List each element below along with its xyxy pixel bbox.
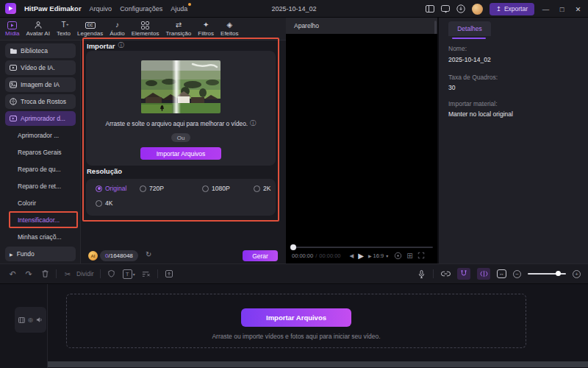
aspect-ratio-selector[interactable]: ▶ 16:9 ▾ bbox=[368, 252, 388, 259]
remove-captions-icon[interactable] bbox=[141, 268, 151, 280]
timeline-area: ◎ Importar Arquivos Arraste ou importe v… bbox=[0, 284, 588, 368]
import-section-title: Importar ⓘ bbox=[87, 41, 124, 50]
info-icon[interactable]: ⓘ bbox=[250, 119, 257, 128]
timeline-drop-zone[interactable]: Importar Arquivos Arraste ou importe víd… bbox=[66, 294, 526, 348]
expand-arrow-icon: ▶ bbox=[10, 252, 13, 257]
radio-2k[interactable]: 2K bbox=[254, 185, 270, 192]
detail-label-import-material: Importar material: bbox=[448, 100, 498, 107]
download-icon[interactable] bbox=[456, 4, 465, 13]
timeline-zoom-slider[interactable] bbox=[528, 270, 566, 277]
tab-detalhes[interactable]: Detalhes bbox=[448, 21, 491, 36]
import-drop-area[interactable]: Arraste e solte o arquivo aqui para melh… bbox=[86, 51, 276, 166]
radio-dot bbox=[140, 185, 146, 192]
minimize-button[interactable]: — bbox=[541, 5, 551, 13]
track-header-rail: ◎ bbox=[0, 284, 48, 368]
sidebar-subitem-reparo-ret[interactable]: Reparo de ret... bbox=[18, 183, 61, 191]
tab-texto[interactable]: T+ Texto bbox=[54, 19, 74, 38]
timeline-toolbar: ↶ ↷ ✂ Dividir T ▾ bbox=[0, 263, 588, 284]
magnet-snap-icon[interactable] bbox=[457, 268, 470, 280]
menu-arquivo[interactable]: Arquivo bbox=[90, 5, 112, 13]
import-files-button[interactable]: Importar Arquivos bbox=[140, 147, 221, 160]
radio-dot bbox=[96, 200, 102, 207]
radio-dot bbox=[254, 185, 260, 192]
snapshot-icon[interactable] bbox=[394, 252, 402, 260]
generate-button[interactable]: Gerar bbox=[243, 250, 278, 261]
sidebar-item-biblioteca[interactable]: Biblioteca bbox=[5, 43, 76, 58]
radio-4k[interactable]: 4K bbox=[96, 199, 112, 207]
resolution-options: Original 720P 1080P 2K 4K bbox=[86, 179, 276, 216]
tab-efeitos[interactable]: ◈ Efeitos bbox=[218, 19, 241, 38]
horizontal-scrollbar[interactable] bbox=[48, 361, 588, 367]
tab-legendas[interactable]: CC Legendas bbox=[74, 19, 106, 38]
radio-dot bbox=[96, 185, 102, 192]
credits-counter: 0 /1648048 bbox=[100, 250, 138, 261]
undo-button[interactable]: ↶ bbox=[7, 268, 18, 280]
denoise-shield-icon[interactable] bbox=[107, 268, 117, 280]
radio-original[interactable]: Original bbox=[96, 185, 126, 192]
face-swap-icon bbox=[10, 98, 17, 105]
app-name: HitPaw Edimakor bbox=[24, 4, 82, 13]
menu-configuracoes[interactable]: Configurações bbox=[120, 5, 162, 13]
fullscreen-icon[interactable] bbox=[417, 252, 425, 259]
track-type-panel: ◎ bbox=[15, 307, 46, 333]
tab-avatar-ai[interactable]: Avatar AI bbox=[24, 19, 53, 38]
sidebar-subitem-reparo-qu[interactable]: Reparo de qu... bbox=[18, 166, 61, 174]
export-clip-icon[interactable] bbox=[164, 268, 174, 280]
transition-icon: ⇄ bbox=[176, 21, 182, 29]
record-track-icon[interactable]: ◎ bbox=[28, 316, 33, 323]
text-tool-button[interactable]: T ▾ bbox=[123, 268, 135, 280]
ai-video-icon bbox=[10, 64, 17, 71]
auto-ripple-icon[interactable] bbox=[477, 268, 490, 280]
sidebar-subitem-colorir[interactable]: Colorir bbox=[18, 199, 36, 208]
sidebar-subitem-intensificador[interactable]: Intensificador... bbox=[18, 216, 60, 225]
zoom-out-icon[interactable]: − bbox=[513, 270, 521, 278]
elements-icon bbox=[141, 21, 149, 29]
maximize-button[interactable]: □ bbox=[557, 5, 567, 13]
crop-grid-icon[interactable]: ⊞ bbox=[406, 252, 412, 260]
sidebar-item-aprimorador[interactable]: Aprimorador d... bbox=[5, 111, 76, 126]
delete-button[interactable] bbox=[40, 268, 50, 280]
filters-icon: ✦ bbox=[203, 21, 209, 29]
close-button[interactable]: ✕ bbox=[573, 5, 583, 13]
tab-filtros[interactable]: ✦ Filtros bbox=[195, 19, 217, 38]
detail-value-framerate: 30 bbox=[448, 84, 455, 91]
info-icon[interactable]: ⓘ bbox=[118, 41, 125, 50]
details-panel: Detalhes Nome: 2025-10-14_02 Taxa de Qua… bbox=[439, 18, 588, 263]
microphone-icon[interactable] bbox=[416, 268, 426, 280]
zoom-in-icon[interactable]: + bbox=[573, 270, 581, 278]
video-viewport[interactable] bbox=[286, 34, 437, 240]
sidebar-item-video-ia[interactable]: Vídeo de IA. bbox=[5, 60, 76, 75]
sidebar-item-imagem-ia[interactable]: Imagem de IA bbox=[5, 77, 76, 92]
sidebar-subitem-reparos-gerais[interactable]: Reparos Gerais bbox=[18, 149, 62, 158]
radio-720p[interactable]: 720P bbox=[140, 185, 164, 192]
refresh-credits-icon[interactable]: ↻ bbox=[146, 250, 151, 258]
fit-timeline-icon[interactable]: ↔ bbox=[497, 269, 506, 278]
sidebar-item-fundo[interactable]: ▶ Fundo bbox=[5, 247, 76, 261]
video-track-icon[interactable] bbox=[18, 317, 25, 323]
previous-frame-button[interactable]: ◀ bbox=[350, 252, 354, 259]
sidebar-item-troca-rostos[interactable]: Troca de Rostos bbox=[5, 94, 76, 109]
sidebar-subitem-minhas-criacoes[interactable]: Minhas criaçõ... bbox=[18, 233, 62, 242]
layout-panels-icon[interactable] bbox=[426, 5, 434, 13]
timeline-import-button[interactable]: Importar Arquivos bbox=[241, 308, 351, 327]
divider bbox=[100, 269, 101, 278]
audio-track-icon[interactable] bbox=[36, 316, 43, 323]
link-clips-icon[interactable] bbox=[440, 268, 451, 280]
tab-elementos[interactable]: Elementos bbox=[129, 19, 162, 38]
feedback-icon[interactable] bbox=[441, 5, 450, 13]
zoom-slider-thumb[interactable] bbox=[556, 271, 561, 276]
user-avatar[interactable] bbox=[472, 4, 483, 15]
split-label[interactable]: Dividir bbox=[76, 270, 94, 277]
detail-label-nome: Nome: bbox=[448, 45, 467, 52]
radio-1080p[interactable]: 1080P bbox=[202, 185, 230, 192]
export-button[interactable]: ↥ Exportar bbox=[490, 3, 534, 15]
tab-audio[interactable]: ♪ Áudio bbox=[107, 19, 127, 38]
menu-ajuda[interactable]: Ajuda bbox=[171, 5, 187, 13]
sidebar-subitem-aprimorador[interactable]: Aprimorador ... bbox=[18, 132, 59, 141]
play-button[interactable]: ▶ bbox=[358, 252, 364, 260]
split-icon[interactable]: ✂ bbox=[62, 268, 73, 280]
redo-button[interactable]: ↷ bbox=[24, 268, 34, 280]
time-total: 00:00:00 bbox=[319, 252, 340, 259]
tab-transicao[interactable]: ⇄ Transição bbox=[162, 19, 194, 38]
tab-midia[interactable]: Mídia bbox=[2, 19, 23, 38]
